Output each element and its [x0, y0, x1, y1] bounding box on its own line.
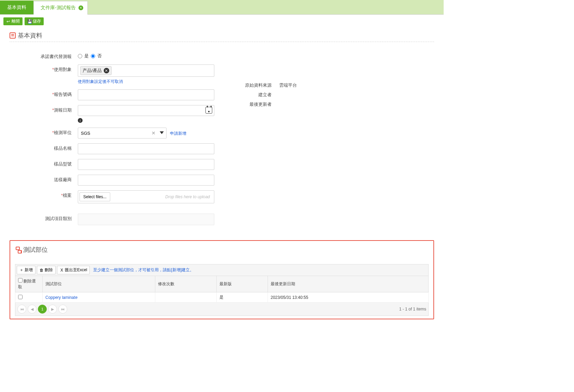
- tab-basic[interactable]: 基本資料: [0, 1, 33, 14]
- pager-next[interactable]: ▶: [48, 305, 57, 314]
- vendor-input[interactable]: [78, 175, 214, 186]
- delete-button[interactable]: 🗑刪除: [37, 266, 56, 274]
- agency-apply-link[interactable]: 申請新增: [170, 131, 186, 136]
- table-row: Coppery laminate 是 2023/05/31 13:40:55: [15, 292, 429, 303]
- sample-model-input[interactable]: [78, 159, 214, 170]
- consent-no-text: 否: [97, 53, 102, 59]
- pager-first[interactable]: ⏮: [17, 305, 26, 314]
- col-latest: 最新版: [217, 276, 268, 292]
- col-updated: 最後更新日期: [268, 276, 429, 292]
- export-excel-button[interactable]: X匯出至Excel: [57, 266, 90, 274]
- consent-yes-radio[interactable]: [78, 54, 82, 58]
- action-toolbar: ↩離開 💾儲存: [0, 15, 444, 28]
- target-hint: 使用對象設定後不可取消: [78, 79, 228, 85]
- report-no-input[interactable]: [78, 89, 214, 100]
- leave-button[interactable]: ↩離開: [3, 17, 23, 25]
- target-tag: 产品/產品 ✕: [80, 66, 112, 75]
- category-label: 測試項目類別: [10, 214, 78, 222]
- clear-icon[interactable]: ✕: [152, 130, 156, 136]
- grid-toolbar: ＋新增 🗑刪除 X匯出至Excel 至少建立一個測試部位，才可被引用，請點[新增…: [15, 264, 429, 276]
- plus-icon: ＋: [19, 267, 24, 273]
- tree-icon: [15, 247, 21, 253]
- updater-label: 最後更新者: [242, 101, 279, 107]
- report-date-input[interactable]: [78, 105, 214, 116]
- file-drop-hint: Drop files here to upload: [165, 194, 213, 199]
- test-part-section: 測試部位 ＋新增 🗑刪除 X匯出至Excel 至少建立一個測試部位，才可被引用，…: [10, 240, 434, 319]
- row-latest: 是: [217, 292, 268, 303]
- pager-last[interactable]: ⏭: [58, 305, 67, 314]
- agency-label: *檢測單位: [10, 128, 78, 136]
- sample-model-label: 樣品型號: [10, 159, 78, 167]
- select-files-button[interactable]: Select files...: [80, 192, 110, 201]
- remove-tag-icon[interactable]: ✕: [104, 68, 109, 73]
- add-button[interactable]: ＋新增: [17, 266, 35, 274]
- report-no-label: *報告號碼: [10, 89, 78, 98]
- report-date-label: *測報日期: [10, 105, 78, 113]
- info-icon[interactable]: i: [78, 118, 83, 123]
- save-icon: 💾: [27, 19, 31, 24]
- tab-bar: 基本資料 文件庫-測試報告 ✕: [0, 0, 444, 15]
- category-box: [78, 214, 214, 225]
- row-updated: 2023/05/31 13:40:55: [268, 292, 429, 303]
- file-label: *檔案: [10, 190, 78, 199]
- section-title: 基本資料: [18, 31, 42, 40]
- target-label: *使用對象: [10, 64, 78, 73]
- divider: [10, 42, 434, 42]
- pager: ⏮ ◀ 1 ▶ ⏭ 1 - 1 of 1 items: [15, 303, 429, 316]
- pager-prev[interactable]: ◀: [28, 305, 37, 314]
- consent-yes-text: 是: [84, 53, 89, 59]
- vendor-label: 送樣廠商: [10, 175, 78, 183]
- creator-label: 建立者: [242, 92, 279, 98]
- tab-doc-report[interactable]: 文件庫-測試報告 ✕: [33, 1, 88, 15]
- tab-doc-label: 文件庫-測試報告: [41, 5, 76, 10]
- consent-label: 承諾書代替測報: [10, 52, 78, 60]
- target-tag-input[interactable]: 产品/產品 ✕: [78, 64, 214, 77]
- excel-icon: X: [60, 268, 64, 273]
- test-section-title: 測試部位: [23, 246, 48, 254]
- close-icon[interactable]: ✕: [78, 5, 83, 10]
- test-part-grid: 刪除選取 測試部位 修改次數 最新版 最後更新日期 Coppery lamina…: [15, 276, 429, 303]
- col-part: 測試部位: [43, 276, 155, 292]
- row-checkbox[interactable]: [18, 295, 23, 299]
- chevron-down-icon[interactable]: [160, 131, 164, 134]
- grid-hint: 至少建立一個測試部位，才可被引用，請點[新增]建立。: [93, 267, 194, 273]
- consent-no-radio[interactable]: [91, 54, 95, 58]
- save-button[interactable]: 💾儲存: [25, 17, 44, 25]
- select-all-checkbox[interactable]: [18, 278, 23, 282]
- col-modify: 修改次數: [155, 276, 217, 292]
- exit-icon: ↩: [6, 19, 10, 24]
- row-modify: [155, 292, 217, 303]
- sample-name-label: 樣品名稱: [10, 143, 78, 151]
- section-header: 基本資料: [10, 31, 434, 40]
- file-dropzone[interactable]: Select files... Drop files here to uploa…: [78, 190, 214, 203]
- source-label: 原始資料來源: [242, 82, 279, 88]
- source-value: 雲端平台: [279, 82, 297, 88]
- pager-info: 1 - 1 of 1 items: [399, 307, 426, 311]
- pager-page-1[interactable]: 1: [38, 305, 47, 314]
- calendar-icon[interactable]: [205, 107, 212, 114]
- trash-icon: 🗑: [40, 268, 44, 273]
- sample-name-input[interactable]: [78, 143, 214, 154]
- list-icon: [10, 32, 16, 39]
- part-link[interactable]: Coppery laminate: [45, 295, 77, 300]
